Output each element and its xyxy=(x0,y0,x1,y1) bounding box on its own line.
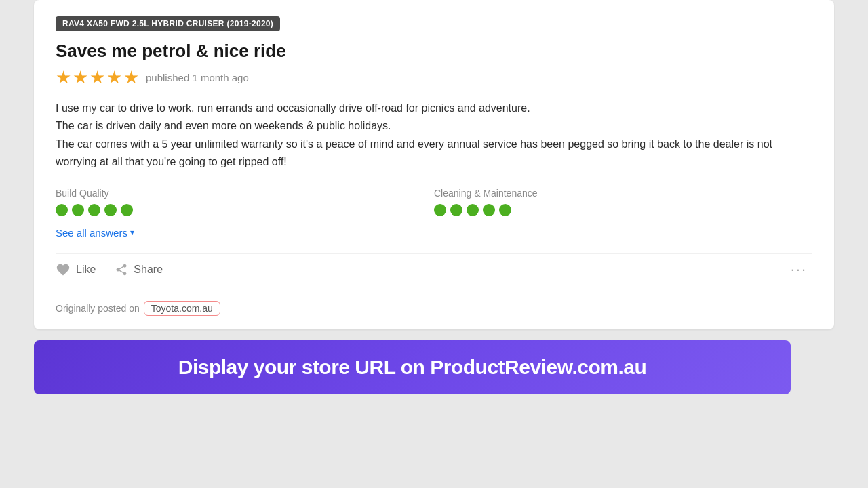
see-all-answers-text: See all answers xyxy=(56,227,127,239)
bq-dot-1 xyxy=(56,204,68,216)
share-button[interactable]: Share xyxy=(115,259,163,281)
star-4: ★ xyxy=(106,68,122,86)
star-rating: ★ ★ ★ ★ ★ xyxy=(56,68,139,86)
star-2: ★ xyxy=(73,68,88,86)
rating-row: ★ ★ ★ ★ ★ published 1 month ago xyxy=(56,68,812,86)
review-line-2: The car is driven daily and even more on… xyxy=(56,117,812,135)
build-quality-label: Build Quality xyxy=(56,188,434,199)
star-1: ★ xyxy=(56,68,71,86)
heart-icon xyxy=(56,262,71,277)
star-3: ★ xyxy=(90,68,105,86)
star-5: ★ xyxy=(123,68,139,86)
like-label: Like xyxy=(76,264,96,276)
build-quality-dots xyxy=(56,204,434,216)
share-label: Share xyxy=(134,264,163,276)
see-all-answers-link[interactable]: See all answers ▾ xyxy=(56,227,134,239)
promo-banner[interactable]: Display your store URL on ProductReview.… xyxy=(34,340,791,394)
review-line-3: The car comes with a 5 year unlimited wa… xyxy=(56,136,812,171)
cleaning-label: Cleaning & Maintenance xyxy=(434,188,812,199)
bq-dot-4 xyxy=(104,204,117,216)
promo-text: Display your store URL on ProductReview.… xyxy=(178,356,647,379)
review-body: I use my car to drive to work, run erran… xyxy=(56,100,812,171)
cl-dot-5 xyxy=(499,204,511,216)
share-icon xyxy=(115,263,128,277)
more-options-button[interactable]: ··· xyxy=(785,258,812,281)
cleaning-dots xyxy=(434,204,812,216)
published-date: published 1 month ago xyxy=(146,72,249,83)
bq-dot-2 xyxy=(72,204,84,216)
review-title: Saves me petrol & nice ride xyxy=(56,41,812,62)
originally-posted-label: Originally posted on xyxy=(56,303,140,314)
cl-dot-4 xyxy=(483,204,495,216)
action-buttons: Like Share xyxy=(56,258,163,281)
chevron-down-icon: ▾ xyxy=(130,228,134,237)
bq-dot-3 xyxy=(88,204,100,216)
review-line-1: I use my car to drive to work, run erran… xyxy=(56,100,812,117)
originally-posted-row: Originally posted on Toyota.com.au xyxy=(56,301,812,316)
page-wrapper: RAV4 XA50 FWD 2.5L HYBRID CRUISER (2019-… xyxy=(0,0,868,394)
cl-dot-2 xyxy=(450,204,462,216)
cl-dot-1 xyxy=(434,204,446,216)
source-badge: Toyota.com.au xyxy=(144,301,220,316)
cl-dot-3 xyxy=(467,204,479,216)
vehicle-badge: RAV4 XA50 FWD 2.5L HYBRID CRUISER (2019-… xyxy=(56,16,280,31)
attribute-build-quality: Build Quality xyxy=(56,188,434,216)
bq-dot-5 xyxy=(121,204,133,216)
attributes-row: Build Quality Cleaning & Maintenance xyxy=(56,188,812,216)
review-card: RAV4 XA50 FWD 2.5L HYBRID CRUISER (2019-… xyxy=(34,0,834,329)
like-button[interactable]: Like xyxy=(56,258,96,281)
attribute-cleaning: Cleaning & Maintenance xyxy=(434,188,812,216)
action-row: Like Share ··· xyxy=(56,253,812,291)
